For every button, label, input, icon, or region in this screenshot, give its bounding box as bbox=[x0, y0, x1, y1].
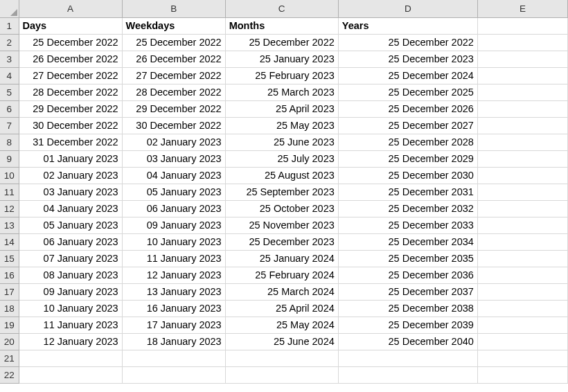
cell-D15[interactable]: 25 December 2035 bbox=[338, 250, 477, 267]
cell-C6[interactable]: 25 April 2023 bbox=[225, 100, 338, 117]
cell-D6[interactable]: 25 December 2026 bbox=[338, 100, 477, 117]
cell-C20[interactable]: 25 June 2024 bbox=[225, 333, 338, 350]
cell-A8[interactable]: 31 December 2022 bbox=[19, 134, 122, 150]
cell-B3[interactable]: 26 December 2022 bbox=[122, 51, 225, 67]
row-header-6[interactable]: 6 bbox=[0, 100, 19, 117]
cell-A22[interactable] bbox=[19, 366, 122, 383]
cell-E6[interactable] bbox=[477, 100, 567, 117]
cell-B20[interactable]: 18 January 2023 bbox=[122, 333, 225, 350]
cell-B19[interactable]: 17 January 2023 bbox=[122, 317, 225, 333]
cell-C13[interactable]: 25 November 2023 bbox=[225, 217, 338, 233]
cell-E14[interactable] bbox=[477, 233, 567, 250]
cell-D10[interactable]: 25 December 2030 bbox=[338, 167, 477, 184]
row-header-4[interactable]: 4 bbox=[0, 67, 19, 84]
cell-B11[interactable]: 05 January 2023 bbox=[122, 184, 225, 200]
cell-B6[interactable]: 29 December 2022 bbox=[122, 100, 225, 117]
cell-A3[interactable]: 26 December 2022 bbox=[19, 51, 122, 67]
cell-D8[interactable]: 25 December 2028 bbox=[338, 134, 477, 150]
row-header-17[interactable]: 17 bbox=[0, 283, 19, 300]
cell-D13[interactable]: 25 December 2033 bbox=[338, 217, 477, 233]
cell-A9[interactable]: 01 January 2023 bbox=[19, 150, 122, 167]
cell-E15[interactable] bbox=[477, 250, 567, 267]
cell-E5[interactable] bbox=[477, 84, 567, 100]
row-header-8[interactable]: 8 bbox=[0, 134, 19, 150]
cell-C2[interactable]: 25 December 2022 bbox=[225, 34, 338, 51]
cell-B2[interactable]: 25 December 2022 bbox=[122, 34, 225, 51]
row-header-21[interactable]: 21 bbox=[0, 350, 19, 366]
cell-D21[interactable] bbox=[338, 350, 477, 366]
row-header-20[interactable]: 20 bbox=[0, 333, 19, 350]
cell-C3[interactable]: 25 January 2023 bbox=[225, 51, 338, 67]
cell-A17[interactable]: 09 January 2023 bbox=[19, 283, 122, 300]
row-header-15[interactable]: 15 bbox=[0, 250, 19, 267]
cell-C16[interactable]: 25 February 2024 bbox=[225, 267, 338, 283]
cell-A1[interactable]: Days bbox=[19, 17, 122, 34]
cell-C7[interactable]: 25 May 2023 bbox=[225, 117, 338, 134]
row-header-7[interactable]: 7 bbox=[0, 117, 19, 134]
cell-A11[interactable]: 03 January 2023 bbox=[19, 184, 122, 200]
cell-A19[interactable]: 11 January 2023 bbox=[19, 317, 122, 333]
cell-D19[interactable]: 25 December 2039 bbox=[338, 317, 477, 333]
cell-C5[interactable]: 25 March 2023 bbox=[225, 84, 338, 100]
cell-C10[interactable]: 25 August 2023 bbox=[225, 167, 338, 184]
cell-A20[interactable]: 12 January 2023 bbox=[19, 333, 122, 350]
cell-B17[interactable]: 13 January 2023 bbox=[122, 283, 225, 300]
cell-E20[interactable] bbox=[477, 333, 567, 350]
cell-C9[interactable]: 25 July 2023 bbox=[225, 150, 338, 167]
cell-B14[interactable]: 10 January 2023 bbox=[122, 233, 225, 250]
cell-D14[interactable]: 25 December 2034 bbox=[338, 233, 477, 250]
row-header-9[interactable]: 9 bbox=[0, 150, 19, 167]
cell-A14[interactable]: 06 January 2023 bbox=[19, 233, 122, 250]
cell-E22[interactable] bbox=[477, 366, 567, 383]
cell-D22[interactable] bbox=[338, 366, 477, 383]
cell-E21[interactable] bbox=[477, 350, 567, 366]
cell-A21[interactable] bbox=[19, 350, 122, 366]
cell-B1[interactable]: Weekdays bbox=[122, 17, 225, 34]
row-header-2[interactable]: 2 bbox=[0, 34, 19, 51]
cell-E10[interactable] bbox=[477, 167, 567, 184]
cell-B22[interactable] bbox=[122, 366, 225, 383]
cell-E16[interactable] bbox=[477, 267, 567, 283]
col-header-E[interactable]: E bbox=[477, 0, 567, 17]
cell-B13[interactable]: 09 January 2023 bbox=[122, 217, 225, 233]
cell-E11[interactable] bbox=[477, 184, 567, 200]
cell-E2[interactable] bbox=[477, 34, 567, 51]
cell-E18[interactable] bbox=[477, 300, 567, 317]
cell-C8[interactable]: 25 June 2023 bbox=[225, 134, 338, 150]
cell-E19[interactable] bbox=[477, 317, 567, 333]
cell-E1[interactable] bbox=[477, 17, 567, 34]
cell-B9[interactable]: 03 January 2023 bbox=[122, 150, 225, 167]
cell-D3[interactable]: 25 December 2023 bbox=[338, 51, 477, 67]
cell-B7[interactable]: 30 December 2022 bbox=[122, 117, 225, 134]
cell-A18[interactable]: 10 January 2023 bbox=[19, 300, 122, 317]
cell-C17[interactable]: 25 March 2024 bbox=[225, 283, 338, 300]
cell-C4[interactable]: 25 February 2023 bbox=[225, 67, 338, 84]
cell-D20[interactable]: 25 December 2040 bbox=[338, 333, 477, 350]
cell-B16[interactable]: 12 January 2023 bbox=[122, 267, 225, 283]
cell-C21[interactable] bbox=[225, 350, 338, 366]
cell-A15[interactable]: 07 January 2023 bbox=[19, 250, 122, 267]
cell-C15[interactable]: 25 January 2024 bbox=[225, 250, 338, 267]
cell-E7[interactable] bbox=[477, 117, 567, 134]
row-header-16[interactable]: 16 bbox=[0, 267, 19, 283]
cell-A12[interactable]: 04 January 2023 bbox=[19, 200, 122, 217]
row-header-14[interactable]: 14 bbox=[0, 233, 19, 250]
cell-E4[interactable] bbox=[477, 67, 567, 84]
cell-B8[interactable]: 02 January 2023 bbox=[122, 134, 225, 150]
cell-E13[interactable] bbox=[477, 217, 567, 233]
cell-D7[interactable]: 25 December 2027 bbox=[338, 117, 477, 134]
row-header-3[interactable]: 3 bbox=[0, 51, 19, 67]
row-header-13[interactable]: 13 bbox=[0, 217, 19, 233]
cell-B12[interactable]: 06 January 2023 bbox=[122, 200, 225, 217]
cell-D11[interactable]: 25 December 2031 bbox=[338, 184, 477, 200]
cell-E9[interactable] bbox=[477, 150, 567, 167]
cell-A13[interactable]: 05 January 2023 bbox=[19, 217, 122, 233]
row-header-19[interactable]: 19 bbox=[0, 317, 19, 333]
cell-B5[interactable]: 28 December 2022 bbox=[122, 84, 225, 100]
row-header-11[interactable]: 11 bbox=[0, 184, 19, 200]
cell-A6[interactable]: 29 December 2022 bbox=[19, 100, 122, 117]
cell-B21[interactable] bbox=[122, 350, 225, 366]
cell-A4[interactable]: 27 December 2022 bbox=[19, 67, 122, 84]
cell-C1[interactable]: Months bbox=[225, 17, 338, 34]
cell-A5[interactable]: 28 December 2022 bbox=[19, 84, 122, 100]
